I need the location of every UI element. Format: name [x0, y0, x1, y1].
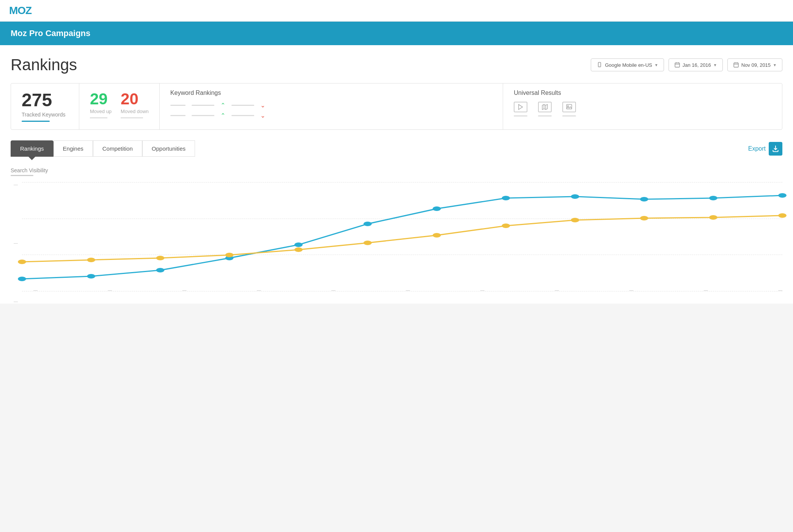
moved-up-item: 29 Moved up	[90, 91, 112, 122]
map-icon	[538, 102, 552, 112]
date2-filter-button[interactable]: Nov 09, 2015 ▼	[727, 58, 782, 71]
keyword-rankings-title: Keyword Rankings	[170, 90, 492, 96]
blue-dot-2	[87, 274, 95, 279]
svg-rect-2	[675, 63, 680, 67]
keyword-rankings-rows: ⌃ ⌄ ⌃ ⌄	[170, 102, 492, 119]
main-content: Rankings Google Mobile en-US ▼ Jan 16, 2…	[0, 45, 793, 304]
yellow-dot-9	[571, 218, 579, 222]
tabs: Rankings Engines Competition Opportuniti…	[11, 140, 195, 157]
keyword-rankings-block: Keyword Rankings ⌃ ⌄ ⌃ ⌄	[160, 83, 503, 129]
moved-up-bar	[90, 117, 107, 118]
image-icon	[562, 102, 576, 112]
kw-dash-long-2	[231, 105, 254, 106]
yellow-dot-5	[294, 247, 303, 252]
kw-row-1: ⌃ ⌄	[170, 102, 492, 109]
tracked-keywords-number: 275	[22, 91, 68, 109]
date1-filter-label: Jan 16, 2016	[683, 62, 711, 68]
blue-dot-5	[294, 242, 303, 247]
chart-y-labels: — — —	[11, 182, 21, 304]
blue-dot-8	[502, 196, 510, 200]
moz-logo: MOZ	[9, 5, 784, 17]
moved-up-label: Moved up	[90, 109, 112, 114]
campaign-header: Moz Pro Campaigns	[0, 22, 793, 45]
date1-filter-button[interactable]: Jan 16, 2016 ▼	[669, 58, 723, 71]
y-label-top: —	[14, 182, 18, 187]
blue-dot-1	[18, 277, 26, 281]
arrow-down-icon-2: ⌄	[260, 112, 265, 119]
rankings-header: Rankings Google Mobile en-US ▼ Jan 16, 2…	[11, 56, 782, 74]
movement-block: 29 Moved up 20 Moved down	[79, 83, 160, 129]
universal-results-block: Universal Results	[503, 83, 782, 129]
x-labels: — — — — — — — — — — —	[33, 288, 782, 292]
uni-bar-1	[514, 115, 527, 116]
video-icon	[514, 102, 527, 112]
chart-sublabel-bar	[11, 175, 33, 176]
tab-competition[interactable]: Competition	[93, 140, 142, 157]
yellow-dot-1	[18, 260, 26, 264]
yellow-dot-6	[363, 241, 372, 245]
tab-rankings[interactable]: Rankings	[11, 140, 53, 157]
kw-dash-2	[170, 115, 186, 116]
blue-line	[22, 195, 782, 279]
yellow-dot-10	[640, 216, 648, 220]
kw-row-2: ⌃ ⌄	[170, 112, 492, 119]
yellow-dot-2	[87, 258, 95, 262]
x-label-9: —	[629, 288, 633, 292]
stats-bar: 275 Tracked Keywords 29 Moved up 20 Move…	[11, 83, 782, 130]
kw-dash	[170, 105, 186, 106]
svg-point-1	[599, 66, 600, 66]
moved-down-item: 20 Moved down	[121, 91, 149, 122]
kw-dash-long-3	[192, 115, 214, 116]
yellow-dot-12	[778, 213, 787, 218]
tracked-keywords-block: 275 Tracked Keywords	[11, 83, 79, 129]
universal-results-title: Universal Results	[514, 90, 771, 96]
x-label-7: —	[480, 288, 485, 292]
svg-rect-6	[734, 63, 738, 67]
x-label-6: —	[406, 288, 410, 292]
blue-dot-6	[363, 222, 372, 226]
x-label-10: —	[704, 288, 708, 292]
export-button[interactable]: Export	[748, 142, 782, 156]
uni-bar-3	[562, 115, 576, 116]
x-label-11: —	[778, 288, 782, 292]
yellow-dot-3	[156, 256, 164, 260]
moved-down-label: Moved down	[121, 109, 149, 114]
svg-marker-10	[519, 104, 523, 110]
blue-dot-12	[778, 193, 787, 198]
export-label: Export	[748, 145, 766, 152]
calendar-icon-2	[733, 62, 739, 68]
chart-svg	[22, 182, 782, 292]
uni-map-item	[538, 102, 552, 116]
campaign-title: Moz Pro Campaigns	[11, 28, 782, 38]
x-label-3: —	[183, 288, 187, 292]
blue-dot-11	[709, 196, 717, 200]
top-nav: MOZ	[0, 0, 793, 22]
chart-section-label: Search Visibility	[11, 167, 782, 173]
tabs-row: Rankings Engines Competition Opportuniti…	[11, 140, 782, 157]
yellow-dot-7	[433, 233, 441, 238]
y-label-mid: —	[14, 241, 18, 245]
yellow-dot-4	[225, 253, 234, 257]
arrow-up-icon: ⌃	[220, 102, 225, 109]
chevron-down-icon-2: ▼	[713, 63, 717, 67]
moved-down-number: 20	[121, 91, 138, 107]
y-label-bot: —	[14, 299, 18, 304]
x-label-1: —	[33, 288, 38, 292]
date2-filter-label: Nov 09, 2015	[741, 62, 771, 68]
blue-dot-7	[433, 206, 441, 211]
yellow-dot-11	[709, 215, 717, 220]
tracked-keywords-label: Tracked Keywords	[22, 112, 68, 118]
moved-up-number: 29	[90, 91, 108, 107]
yellow-dot-8	[502, 224, 510, 228]
tab-opportunities[interactable]: Opportunities	[142, 140, 195, 157]
x-label-5: —	[331, 288, 335, 292]
chevron-down-icon-3: ▼	[773, 63, 777, 67]
page-title: Rankings	[11, 56, 77, 74]
download-icon	[772, 145, 779, 153]
x-label-8: —	[555, 288, 559, 292]
arrow-up-icon-2: ⌃	[220, 112, 225, 119]
tab-engines[interactable]: Engines	[53, 140, 93, 157]
calendar-icon	[674, 62, 680, 68]
blue-dot-9	[571, 194, 579, 199]
engine-filter-button[interactable]: Google Mobile en-US ▼	[591, 58, 664, 71]
